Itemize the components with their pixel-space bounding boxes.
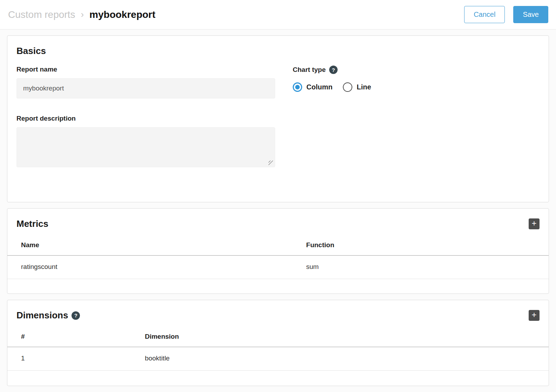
dimension-name-cell[interactable]: booktitle <box>145 347 549 371</box>
chart-type-label-row: Chart type ? <box>293 66 540 74</box>
basics-title: Basics <box>16 46 540 56</box>
chart-type-help-icon[interactable]: ? <box>329 66 338 74</box>
dimensions-col-dimension-header: Dimension <box>145 328 549 347</box>
metric-function-cell[interactable]: sum <box>306 256 549 279</box>
add-dimension-button[interactable]: + <box>529 310 540 321</box>
breadcrumb-chevron-icon: › <box>81 9 84 20</box>
dimensions-table: # Dimension 1 booktitle <box>7 328 549 371</box>
dimensions-col-index-header: # <box>7 328 145 347</box>
chart-type-option-column[interactable]: Column <box>293 82 332 92</box>
dimensions-card: Dimensions ? + # Dimension 1 booktitle <box>7 300 549 386</box>
dimensions-help-icon[interactable]: ? <box>72 311 80 320</box>
page-title: mybookreport <box>89 9 155 20</box>
dimensions-card-head: Dimensions ? + <box>7 300 549 328</box>
breadcrumb: Custom reports › mybookreport <box>8 9 155 20</box>
header: Custom reports › mybookreport Cancel Sav… <box>0 0 556 29</box>
radio-line-label: Line <box>357 83 371 91</box>
metrics-table-row[interactable]: ratingscount sum <box>7 256 549 279</box>
metrics-title-wrap: Metrics <box>16 218 48 229</box>
radio-column-selected-icon[interactable] <box>293 82 302 92</box>
metrics-title: Metrics <box>16 218 48 229</box>
dimension-index-cell[interactable]: 1 <box>7 347 145 371</box>
report-name-input[interactable] <box>16 78 275 99</box>
save-button[interactable]: Save <box>513 6 548 23</box>
cancel-button[interactable]: Cancel <box>464 6 505 23</box>
resize-grip-icon[interactable] <box>269 161 273 165</box>
dimensions-title-wrap: Dimensions ? <box>16 310 80 321</box>
radio-column-label: Column <box>306 83 332 91</box>
dimensions-table-row[interactable]: 1 booktitle <box>7 347 549 371</box>
chart-type-options: Column Line <box>293 82 540 92</box>
basics-columns: Report name Report description Chart typ… <box>16 66 540 169</box>
basics-right-column: Chart type ? Column Line <box>293 66 540 169</box>
header-actions: Cancel Save <box>464 6 548 23</box>
report-description-textarea[interactable] <box>16 127 275 167</box>
report-description-label: Report description <box>16 115 275 122</box>
basics-card: Basics Report name Report description Ch… <box>7 35 549 202</box>
add-metric-button[interactable]: + <box>529 218 540 229</box>
dimensions-header-row: # Dimension <box>7 328 549 347</box>
radio-line-unselected-icon[interactable] <box>343 82 352 92</box>
dimensions-title: Dimensions <box>16 310 68 321</box>
metrics-card: Metrics + Name Function ratingscount sum <box>7 208 549 294</box>
chart-type-label: Chart type <box>293 66 326 74</box>
metrics-card-head: Metrics + <box>7 209 549 236</box>
metrics-col-name-header: Name <box>7 236 306 256</box>
breadcrumb-custom-reports-link[interactable]: Custom reports <box>8 9 75 20</box>
metrics-header-row: Name Function <box>7 236 549 256</box>
report-description-wrap <box>16 127 275 169</box>
basics-left-column: Report name Report description <box>16 66 275 169</box>
chart-type-option-line[interactable]: Line <box>343 82 371 92</box>
report-name-label: Report name <box>16 66 275 73</box>
metrics-col-function-header: Function <box>306 236 549 256</box>
metric-name-cell[interactable]: ratingscount <box>7 256 306 279</box>
metrics-table: Name Function ratingscount sum <box>7 236 549 279</box>
